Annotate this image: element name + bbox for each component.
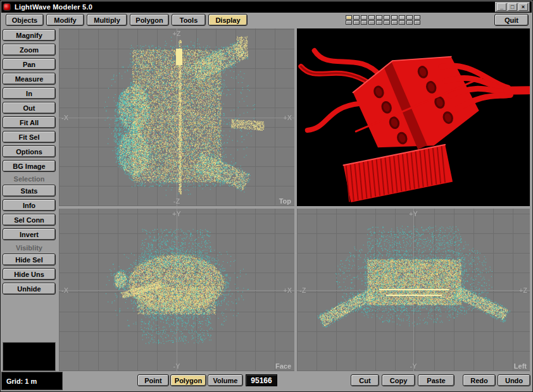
axis-label: +X	[283, 114, 292, 121]
tab-polygon[interactable]: Polygon	[130, 14, 169, 26]
maximize-button[interactable]: □	[508, 3, 517, 11]
layer-button-3	[361, 15, 367, 25]
viewport-left-canvas[interactable]	[297, 209, 530, 371]
quit-button[interactable]: Quit	[494, 14, 529, 26]
layer-8-foreground[interactable]	[399, 15, 405, 20]
layer-buttons	[346, 15, 420, 25]
sidebar-button-sel-conn[interactable]: Sel Conn	[3, 214, 56, 226]
layer-10-foreground[interactable]	[414, 15, 420, 20]
axis-label: +X	[283, 286, 292, 294]
tab-multiply[interactable]: Multiply	[87, 14, 127, 26]
copy-button[interactable]: Copy	[382, 374, 415, 386]
visibility-section-label: Visiblity	[3, 244, 56, 252]
minimize-button[interactable]: _	[497, 3, 506, 11]
layer-9-foreground[interactable]	[406, 15, 413, 20]
viewport-name-label: Left	[514, 362, 527, 370]
layer-1-background[interactable]	[346, 20, 352, 25]
layer-button-2	[353, 15, 360, 25]
axis-label: -Z	[173, 197, 180, 205]
layer-4-background[interactable]	[368, 20, 375, 25]
window-controls: _ □ ×	[495, 2, 530, 12]
modeler-window: LightWave Modeler 5.0 _ □ × Objects Modi…	[0, 0, 533, 392]
sidebar-button-out[interactable]: Out	[3, 102, 56, 114]
tab-modify[interactable]: Modify	[46, 14, 84, 26]
axis-label: -Y	[173, 362, 180, 370]
cut-button[interactable]: Cut	[351, 374, 379, 386]
layer-button-9	[406, 15, 413, 25]
viewport-left[interactable]: +Y -Z +Z -Y Left	[297, 209, 530, 371]
sidebar-button-fit-all[interactable]: Fit All	[3, 116, 56, 128]
layer-1-foreground[interactable]	[346, 15, 352, 20]
status-bar: Grid: 1 m Point Polygon Volume 95166 Cut…	[1, 372, 532, 391]
layer-button-1	[346, 15, 352, 25]
mode-point-button[interactable]: Point	[137, 374, 169, 386]
undo-button[interactable]: Undo	[498, 374, 530, 386]
layer-10-background[interactable]	[414, 20, 420, 25]
layer-9-background[interactable]	[406, 20, 413, 25]
tab-objects[interactable]: Objects	[6, 14, 44, 26]
layer-button-4	[368, 15, 375, 25]
viewport-preview-canvas[interactable]	[297, 28, 530, 206]
layer-5-background[interactable]	[376, 20, 382, 25]
redo-button[interactable]: Redo	[463, 374, 496, 386]
layer-2-foreground[interactable]	[353, 15, 360, 20]
sidebar-button-measure[interactable]: Measure	[3, 73, 56, 85]
axis-label: -X	[61, 286, 68, 294]
close-button[interactable]: ×	[518, 3, 528, 11]
layer-6-background[interactable]	[384, 20, 390, 25]
sidebar-button-stats[interactable]: Stats	[3, 185, 56, 197]
sidebar-button-invert[interactable]: Invert	[3, 228, 56, 240]
tab-display[interactable]: Display	[208, 14, 248, 26]
sidebar-button-hide-uns[interactable]: Hide Uns	[3, 268, 56, 280]
layer-button-5	[376, 15, 382, 25]
viewport-top-canvas[interactable]	[59, 28, 294, 206]
axis-label: +Y	[172, 210, 181, 217]
viewport-name-label: Top	[279, 197, 291, 205]
layer-button-10	[414, 15, 420, 25]
layer-button-7	[391, 15, 398, 25]
sidebar-preview-box	[3, 342, 56, 371]
sidebar-button-in[interactable]: In	[3, 87, 56, 99]
mode-volume-button[interactable]: Volume	[208, 374, 243, 386]
polygon-count-display: 95166	[246, 374, 277, 386]
layer-6-foreground[interactable]	[384, 15, 390, 20]
viewport-face-canvas[interactable]	[59, 209, 294, 371]
sidebar-button-pan[interactable]: Pan	[3, 58, 56, 70]
layer-7-background[interactable]	[391, 20, 398, 25]
axis-label: +Z	[172, 30, 180, 37]
sidebar-button-unhide[interactable]: Unhide	[3, 283, 56, 295]
grid-size-display: Grid: 1 m	[1, 372, 63, 390]
sidebar-button-magnify[interactable]: Magnify	[3, 29, 56, 41]
title-bar: LightWave Modeler 5.0 _ □ ×	[1, 1, 532, 13]
viewport-preview[interactable]	[297, 28, 530, 206]
layer-button-8	[399, 15, 405, 25]
window-title: LightWave Modeler 5.0	[15, 3, 92, 11]
sidebar-button-info[interactable]: Info	[3, 199, 56, 211]
tab-tools[interactable]: Tools	[172, 14, 206, 26]
axis-label: -X	[61, 114, 68, 121]
layer-button-6	[384, 15, 390, 25]
axis-label: -Z	[299, 286, 306, 294]
layer-3-background[interactable]	[361, 20, 367, 25]
layer-7-foreground[interactable]	[391, 15, 398, 20]
axis-label: +Z	[519, 286, 527, 294]
axis-label: +Y	[409, 210, 418, 217]
sidebar-button-bg-image[interactable]: BG Image	[3, 160, 56, 172]
layer-2-background[interactable]	[353, 20, 360, 25]
sidebar-button-options[interactable]: Options	[3, 145, 56, 157]
viewport-face[interactable]: +Y -X +X -Y Face	[59, 209, 294, 371]
layer-5-foreground[interactable]	[376, 15, 382, 20]
app-icon[interactable]	[3, 3, 11, 11]
viewport-top[interactable]: +Z -X +X -Z Top	[59, 28, 294, 206]
paste-button[interactable]: Paste	[418, 374, 455, 386]
sidebar-button-hide-sel[interactable]: Hide Sel	[3, 254, 56, 266]
mode-polygon-button[interactable]: Polygon	[170, 374, 206, 386]
layer-8-background[interactable]	[399, 20, 405, 25]
axis-label: -Y	[410, 362, 417, 370]
sidebar-button-fit-sel[interactable]: Fit Sel	[3, 131, 56, 143]
selection-section-label: Selection	[3, 175, 56, 183]
sidebar-button-zoom[interactable]: Zoom	[3, 44, 56, 56]
layer-3-foreground[interactable]	[361, 15, 367, 20]
menu-bar: Objects Modify Multiply Polygon Tools Di…	[2, 13, 531, 27]
layer-4-foreground[interactable]	[368, 15, 375, 20]
